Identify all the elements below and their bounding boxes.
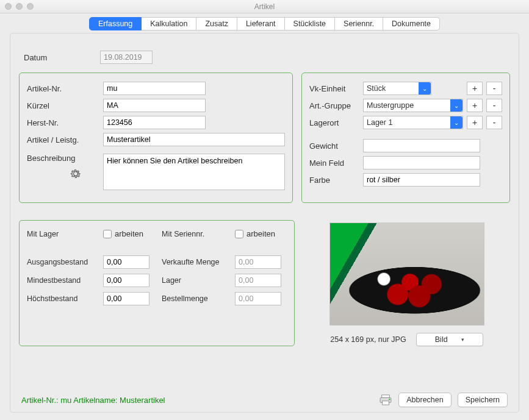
frame-article: Artikel-Nr. Kürzel Herst-Nr. Artikel / L… xyxy=(19,73,293,203)
tab-seriennr[interactable]: Seriennr. xyxy=(335,17,383,30)
article-image[interactable] xyxy=(329,222,484,326)
frame-properties: Vk-Einheit Stück ⌄ + - Art.-Gruppe xyxy=(301,73,510,203)
label-kuerzel: Kürzel xyxy=(27,101,103,110)
window-title: Artikel xyxy=(0,2,529,11)
frame-stock: Mit Lager arbeiten Ausgangsbestand Minde… xyxy=(19,220,295,346)
image-caption: 254 x 169 px, nur JPG xyxy=(330,335,406,344)
mitseriennr-checkbox[interactable] xyxy=(235,230,243,238)
tab-zusatz[interactable]: Zusatz xyxy=(196,17,237,30)
label-herstnr: Herst-Nr. xyxy=(27,118,103,127)
label-lager: Lager xyxy=(162,276,235,285)
save-button[interactable]: Speichern xyxy=(458,393,508,407)
vkeinheit-remove-button[interactable]: - xyxy=(486,82,502,95)
artgruppe-remove-button[interactable]: - xyxy=(486,99,502,112)
label-bestell: Bestellmenge xyxy=(162,294,235,303)
ausgang-field[interactable] xyxy=(103,255,149,269)
gewicht-field[interactable] xyxy=(363,139,480,152)
chevron-down-icon: ⌄ xyxy=(450,99,462,112)
mitlager-checklabel: arbeiten xyxy=(115,229,143,238)
verkauft-field xyxy=(235,255,281,269)
datum-field[interactable] xyxy=(100,51,153,64)
svg-rect-2 xyxy=(383,401,389,405)
label-datum: Datum xyxy=(24,53,100,62)
meinfeld-field[interactable] xyxy=(363,156,480,169)
bestell-field xyxy=(235,292,281,305)
mitlager-checkbox[interactable] xyxy=(103,230,112,238)
vkeinheit-select[interactable]: Stück ⌄ xyxy=(363,82,431,95)
lagerort-remove-button[interactable]: - xyxy=(486,116,502,129)
mitseriennr-checklabel: arbeiten xyxy=(247,229,275,238)
label-mindest: Mindestbestand xyxy=(27,276,103,285)
label-vkeinheit: Vk-Einheit xyxy=(309,84,363,93)
lager-field xyxy=(235,274,281,287)
cancel-button[interactable]: Abbrechen xyxy=(398,393,451,407)
artikelnr-field[interactable] xyxy=(103,82,206,95)
vkeinheit-add-button[interactable]: + xyxy=(467,82,483,95)
lagerort-add-button[interactable]: + xyxy=(467,116,483,129)
label-hoechst: Höchstbestand xyxy=(27,294,103,303)
status-text: Artikel-Nr.: mu Artikelname: Musterartik… xyxy=(21,396,165,405)
tab-dokumente[interactable]: Dokumente xyxy=(383,17,440,30)
titlebar: Artikel xyxy=(0,0,529,13)
label-meinfeld: Mein Feld xyxy=(309,158,363,168)
label-artikel: Artikel / Leistg. xyxy=(27,135,103,144)
gear-icon[interactable] xyxy=(70,168,82,180)
chevron-down-icon: ⌄ xyxy=(419,82,431,94)
label-gewicht: Gewicht xyxy=(309,141,363,151)
artgruppe-select[interactable]: Mustergruppe ⌄ xyxy=(363,99,463,112)
image-area: 254 x 169 px, nur JPG Bild ▾ xyxy=(303,220,510,346)
chevron-down-icon: ▾ xyxy=(461,336,464,343)
label-beschreibung: Beschreibung xyxy=(27,154,103,163)
tab-lieferant[interactable]: Lieferant xyxy=(237,17,285,30)
tab-stueckliste[interactable]: Stückliste xyxy=(285,17,336,30)
image-button-label: Bild xyxy=(435,335,448,344)
label-farbe: Farbe xyxy=(309,176,363,185)
artikel-field[interactable] xyxy=(103,133,285,146)
lagerort-value: Lager 1 xyxy=(367,118,392,127)
beschreibung-field[interactable] xyxy=(103,154,285,190)
tab-kalkulation[interactable]: Kalkulation xyxy=(142,17,196,30)
mindest-field[interactable] xyxy=(103,274,149,287)
label-artgruppe: Art.-Gruppe xyxy=(309,101,363,110)
herstnr-field[interactable] xyxy=(103,116,206,129)
tab-bar: Erfassung Kalkulation Zusatz Lieferant S… xyxy=(10,17,519,30)
farbe-field[interactable] xyxy=(363,173,480,187)
label-artikelnr: Artikel-Nr. xyxy=(27,84,103,93)
tab-erfassung[interactable]: Erfassung xyxy=(89,17,142,30)
label-mitseriennr: Mit Seriennr. xyxy=(162,230,235,238)
label-mitlager: Mit Lager xyxy=(27,230,103,238)
lagerort-select[interactable]: Lager 1 ⌄ xyxy=(363,116,463,129)
svg-point-3 xyxy=(389,399,390,400)
artgruppe-value: Mustergruppe xyxy=(367,101,414,110)
vkeinheit-value: Stück xyxy=(367,84,386,93)
artgruppe-add-button[interactable]: + xyxy=(467,99,483,112)
label-lagerort: Lagerort xyxy=(309,118,363,127)
image-button[interactable]: Bild ▾ xyxy=(416,333,483,346)
label-verkauft: Verkaufte Menge xyxy=(162,258,235,266)
chevron-down-icon: ⌄ xyxy=(450,116,462,129)
hoechst-field[interactable] xyxy=(103,292,149,305)
svg-rect-0 xyxy=(382,395,390,398)
label-ausgang: Ausgangsbestand xyxy=(27,258,103,266)
printer-icon[interactable] xyxy=(379,394,392,405)
kuerzel-field[interactable] xyxy=(103,99,206,112)
